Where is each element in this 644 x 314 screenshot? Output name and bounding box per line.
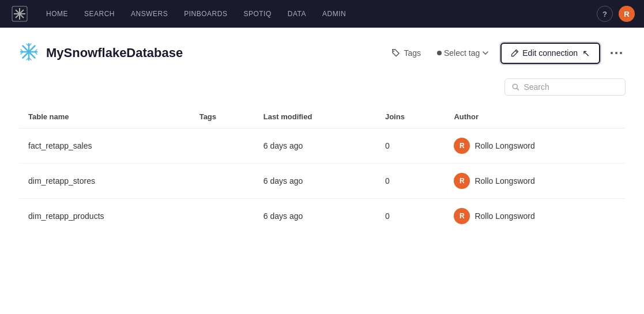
search-box bbox=[504, 78, 626, 96]
col-header-joins: Joins bbox=[376, 105, 445, 128]
navbar-right: ? R bbox=[597, 6, 635, 22]
select-tag-label: Select tag bbox=[444, 48, 480, 58]
tags-button[interactable]: Tags bbox=[386, 46, 425, 60]
cursor-icon: ↖ bbox=[582, 48, 590, 59]
nav-item-data[interactable]: DATA bbox=[281, 6, 313, 21]
nav-item-search[interactable]: SEARCH bbox=[77, 6, 122, 21]
svg-point-18 bbox=[611, 52, 613, 54]
cell-last-modified: 6 days ago bbox=[254, 199, 376, 234]
database-icon bbox=[18, 41, 39, 65]
nav-item-home[interactable]: HOME bbox=[39, 6, 75, 21]
ellipsis-icon bbox=[611, 51, 622, 55]
table-row[interactable]: dim_retapp_products 6 days ago 0 R Rollo… bbox=[19, 199, 626, 234]
header-actions: Tags Select tag Edit connection ↖ bbox=[386, 43, 626, 64]
main-content: MySnowflakeDatabase Tags Select tag bbox=[0, 28, 644, 314]
cell-joins: 0 bbox=[376, 128, 445, 164]
cell-last-modified: 6 days ago bbox=[254, 164, 376, 199]
author-avatar: R bbox=[454, 208, 470, 224]
col-header-tags: Tags bbox=[190, 105, 254, 128]
svg-point-17 bbox=[393, 51, 394, 52]
cell-author: R Rollo Longsword bbox=[445, 164, 625, 199]
search-container bbox=[18, 78, 626, 96]
table-row[interactable]: dim_retapp_stores 6 days ago 0 R Rollo L… bbox=[19, 164, 626, 199]
tag-icon bbox=[391, 48, 400, 58]
cell-joins: 0 bbox=[376, 164, 445, 199]
select-tag-button[interactable]: Select tag bbox=[432, 46, 494, 60]
page-header: MySnowflakeDatabase Tags Select tag bbox=[18, 41, 626, 65]
col-header-table-name: Table name bbox=[19, 105, 190, 128]
page-title: MySnowflakeDatabase bbox=[46, 46, 386, 60]
chevron-down-icon bbox=[482, 50, 489, 56]
search-icon bbox=[512, 83, 519, 91]
col-header-last-modified: Last modified bbox=[254, 105, 376, 128]
cell-tags bbox=[190, 128, 254, 164]
cell-tags bbox=[190, 164, 254, 199]
nav-item-spotiq[interactable]: SPOTIQ bbox=[236, 6, 278, 21]
svg-point-19 bbox=[615, 52, 617, 54]
search-input[interactable] bbox=[524, 82, 618, 92]
dot-icon bbox=[437, 51, 442, 55]
svg-point-20 bbox=[620, 52, 622, 54]
data-table: Table name Tags Last modified Joins Auth… bbox=[18, 105, 626, 234]
nav-links: HOME SEARCH ANSWERS PINBOARDS SPOTIQ DAT… bbox=[39, 6, 592, 21]
cell-joins: 0 bbox=[376, 199, 445, 234]
edit-connection-button[interactable]: Edit connection ↖ bbox=[500, 43, 600, 64]
more-options-button[interactable] bbox=[607, 44, 626, 62]
col-header-author: Author bbox=[445, 105, 625, 128]
app-logo[interactable] bbox=[9, 3, 30, 24]
nav-item-pinboards[interactable]: PINBOARDS bbox=[177, 6, 234, 21]
navbar: HOME SEARCH ANSWERS PINBOARDS SPOTIQ DAT… bbox=[0, 0, 644, 28]
author-name: Rollo Longsword bbox=[474, 211, 534, 221]
table-header-row: Table name Tags Last modified Joins Auth… bbox=[19, 105, 626, 128]
svg-line-22 bbox=[517, 88, 518, 90]
table-row[interactable]: fact_retapp_sales 6 days ago 0 R Rollo L… bbox=[19, 128, 626, 164]
edit-icon bbox=[511, 49, 519, 57]
cell-author: R Rollo Longsword bbox=[445, 128, 625, 164]
author-name: Rollo Longsword bbox=[474, 141, 534, 150]
cell-table-name: dim_retapp_stores bbox=[19, 164, 190, 199]
cell-table-name: dim_retapp_products bbox=[19, 199, 190, 234]
nav-item-admin[interactable]: ADMIN bbox=[315, 6, 353, 21]
cell-tags bbox=[190, 199, 254, 234]
cell-table-name: fact_retapp_sales bbox=[19, 128, 190, 164]
tags-label: Tags bbox=[404, 48, 421, 58]
nav-item-answers[interactable]: ANSWERS bbox=[124, 6, 175, 21]
user-avatar[interactable]: R bbox=[619, 6, 635, 22]
cell-last-modified: 6 days ago bbox=[254, 128, 376, 164]
author-avatar: R bbox=[454, 138, 470, 154]
cell-author: R Rollo Longsword bbox=[445, 199, 625, 234]
edit-connection-label: Edit connection bbox=[522, 48, 578, 58]
help-button[interactable]: ? bbox=[597, 6, 613, 22]
author-name: Rollo Longsword bbox=[474, 176, 534, 186]
author-avatar: R bbox=[454, 173, 470, 189]
